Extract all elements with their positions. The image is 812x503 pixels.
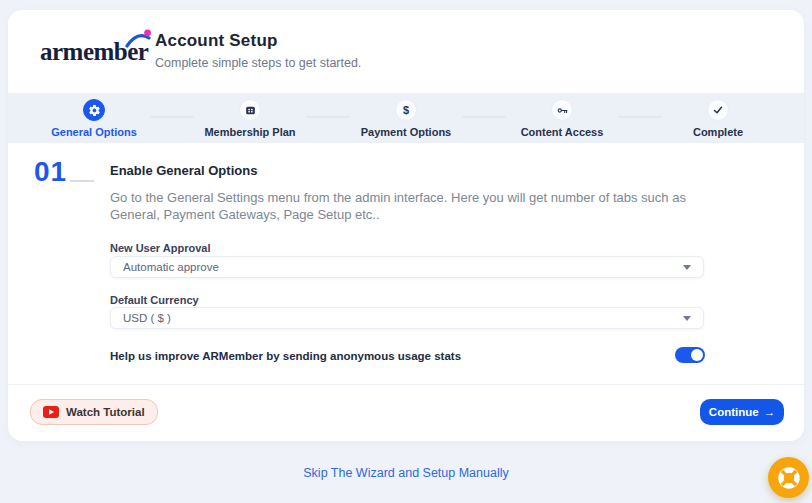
- default-currency-value: USD ( $ ): [123, 312, 171, 324]
- setup-wizard-card: armember Account Setup Complete simple s…: [8, 10, 804, 441]
- skip-wizard-link[interactable]: Skip The Wizard and Setup Manually: [0, 466, 812, 480]
- page-title: Account Setup: [155, 31, 361, 51]
- new-user-approval-value: Automatic approve: [123, 261, 219, 273]
- chevron-down-icon: [683, 316, 691, 321]
- step-label-membership-plan: Membership Plan: [204, 126, 295, 138]
- key-icon: [551, 99, 573, 121]
- step-number: 01: [34, 156, 67, 188]
- default-currency-select[interactable]: USD ( $ ): [110, 307, 704, 329]
- stepper-connector: [306, 116, 350, 118]
- stepper-step-complete[interactable]: Complete: [648, 99, 788, 143]
- continue-button[interactable]: Continue →: [700, 399, 784, 425]
- step-label-complete: Complete: [693, 126, 743, 138]
- page-subtitle: Complete simple steps to get started.: [155, 56, 361, 70]
- stepper-connector: [618, 116, 662, 118]
- stepper-connector: [462, 116, 506, 118]
- help-fab-button[interactable]: [768, 457, 809, 498]
- step-label-content-access: Content Access: [521, 126, 604, 138]
- stepper-step-payment-options[interactable]: $ Payment Options: [336, 99, 476, 143]
- watch-tutorial-button[interactable]: Watch Tutorial: [30, 399, 158, 425]
- toggle-knob: [691, 349, 703, 361]
- check-icon: [707, 99, 729, 121]
- armember-logo: armember: [40, 38, 148, 66]
- usage-stats-toggle[interactable]: [675, 347, 705, 363]
- chevron-down-icon: [683, 265, 691, 270]
- dollar-icon: $: [395, 99, 417, 121]
- step-label-payment-options: Payment Options: [361, 126, 451, 138]
- default-currency-label: Default Currency: [110, 294, 199, 306]
- footer-divider: [8, 384, 804, 385]
- watch-tutorial-label: Watch Tutorial: [66, 406, 145, 418]
- new-user-approval-select[interactable]: Automatic approve: [110, 256, 704, 278]
- stepper-step-general-options[interactable]: General Options: [24, 99, 164, 143]
- logo-swoosh-icon: [125, 29, 152, 50]
- membership-card-icon: [239, 99, 261, 121]
- section-heading: Enable General Options: [110, 163, 257, 178]
- lifebuoy-icon: [777, 466, 801, 490]
- new-user-approval-label: New User Approval: [110, 242, 210, 254]
- continue-label: Continue: [709, 406, 759, 418]
- header-text: Account Setup Complete simple steps to g…: [155, 31, 361, 70]
- arrow-right-icon: →: [764, 406, 776, 418]
- section-description: Go to the General Settings menu from the…: [110, 190, 716, 223]
- gear-icon: [83, 99, 105, 121]
- step-label-general-options: General Options: [51, 126, 137, 138]
- stepper-step-content-access[interactable]: Content Access: [492, 99, 632, 143]
- step-number-dash: [70, 180, 94, 182]
- youtube-icon: [43, 406, 59, 418]
- stepper-step-membership-plan[interactable]: Membership Plan: [180, 99, 320, 143]
- dollar-glyph: $: [403, 104, 409, 116]
- usage-stats-toggle-label: Help us improve ARMember by sending anon…: [110, 350, 461, 362]
- stepper-connector: [150, 116, 194, 118]
- setup-stepper: General Options Membership Plan $ Paymen…: [8, 93, 804, 143]
